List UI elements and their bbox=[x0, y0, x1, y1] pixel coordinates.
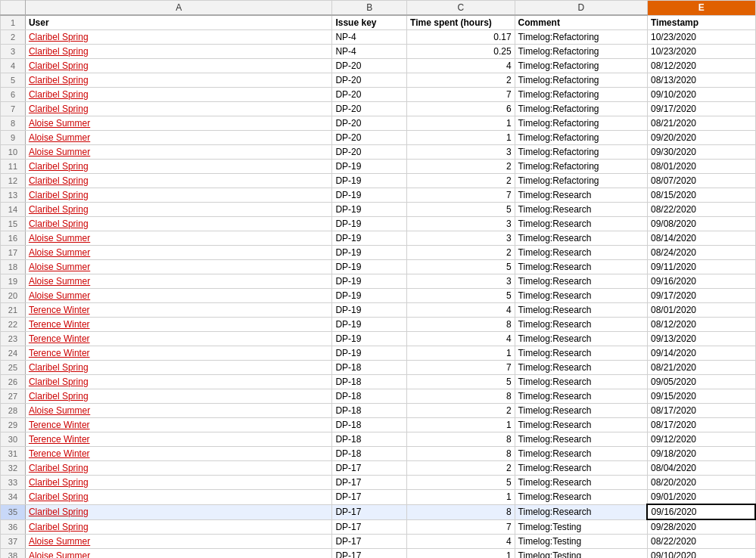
cell-issue[interactable]: DP-18 bbox=[332, 361, 407, 375]
table-row[interactable]: 6Claribel SpringDP-207Timelog:Refactorin… bbox=[1, 88, 756, 102]
cell-issue[interactable]: DP-17 bbox=[332, 519, 407, 535]
cell-user[interactable]: Aloise Summer bbox=[25, 246, 332, 260]
cell-comment[interactable]: Timelog:Refactoring bbox=[515, 59, 647, 73]
cell-user[interactable]: Terence Winter bbox=[25, 303, 332, 318]
cell-time[interactable]: 5 bbox=[407, 289, 515, 303]
cell-time[interactable]: 1 bbox=[407, 346, 515, 361]
cell-timestamp[interactable]: 08/01/2020 bbox=[647, 303, 755, 318]
cell-comment[interactable]: Timelog:Research bbox=[515, 303, 647, 318]
cell-issue[interactable]: DP-17 bbox=[332, 549, 407, 559]
cell-comment[interactable]: Timelog:Refactoring bbox=[515, 88, 647, 102]
cell-user[interactable]: Terence Winter bbox=[25, 318, 332, 332]
cell-user[interactable]: Aloise Summer bbox=[25, 535, 332, 549]
cell-comment[interactable]: Timelog:Testing bbox=[515, 535, 647, 549]
cell-user[interactable]: Aloise Summer bbox=[25, 131, 332, 145]
table-row[interactable]: 20Aloise SummerDP-195Timelog:Research09/… bbox=[1, 289, 756, 303]
cell-time[interactable]: 1 bbox=[407, 418, 515, 432]
cell-comment[interactable]: Timelog:Refactoring bbox=[515, 30, 647, 45]
cell-issue[interactable]: DP-17 bbox=[332, 476, 407, 490]
cell-issue[interactable]: DP-19 bbox=[332, 246, 407, 260]
cell-timestamp[interactable]: 09/13/2020 bbox=[647, 332, 755, 346]
cell-timestamp[interactable]: 08/07/2020 bbox=[647, 174, 755, 188]
cell-time[interactable]: 2 bbox=[407, 160, 515, 174]
cell-timestamp[interactable]: 08/04/2020 bbox=[647, 461, 755, 476]
cell-timestamp[interactable]: 09/15/2020 bbox=[647, 389, 755, 404]
cell-comment[interactable]: Timelog:Research bbox=[515, 246, 647, 260]
cell-time[interactable]: 5 bbox=[407, 203, 515, 217]
cell-issue[interactable]: DP-20 bbox=[332, 59, 407, 73]
cell-user[interactable]: Claribel Spring bbox=[25, 160, 332, 174]
cell-comment[interactable]: Timelog:Research bbox=[515, 289, 647, 303]
cell-comment[interactable]: Timelog:Research bbox=[515, 260, 647, 274]
cell-timestamp[interactable]: 08/24/2020 bbox=[647, 246, 755, 260]
table-row[interactable]: 26Claribel SpringDP-185Timelog:Research0… bbox=[1, 375, 756, 389]
cell-timestamp[interactable]: 09/17/2020 bbox=[647, 289, 755, 303]
table-row[interactable]: 28Aloise SummerDP-182Timelog:Research08/… bbox=[1, 404, 756, 418]
cell-timestamp[interactable]: 08/12/2020 bbox=[647, 59, 755, 73]
cell-comment[interactable]: Timelog:Research bbox=[515, 476, 647, 490]
table-row[interactable]: 27Claribel SpringDP-188Timelog:Research0… bbox=[1, 389, 756, 404]
cell-time[interactable]: 5 bbox=[407, 375, 515, 389]
cell-user[interactable]: Claribel Spring bbox=[25, 203, 332, 217]
cell-user[interactable]: Claribel Spring bbox=[25, 519, 332, 535]
cell-comment[interactable]: Timelog:Refactoring bbox=[515, 45, 647, 59]
cell-issue[interactable]: DP-19 bbox=[332, 231, 407, 246]
cell-user[interactable]: Claribel Spring bbox=[25, 375, 332, 389]
cell-user[interactable]: Claribel Spring bbox=[25, 217, 332, 231]
table-row[interactable]: 32Claribel SpringDP-172Timelog:Research0… bbox=[1, 461, 756, 476]
cell-time[interactable]: 7 bbox=[407, 519, 515, 535]
cell-timestamp[interactable]: 08/01/2020 bbox=[647, 160, 755, 174]
cell-comment[interactable]: Timelog:Research bbox=[515, 418, 647, 432]
cell-comment[interactable]: Timelog:Research bbox=[515, 389, 647, 404]
table-row[interactable]: 37Aloise SummerDP-174Timelog:Testing08/2… bbox=[1, 535, 756, 549]
col-header-e[interactable]: E bbox=[647, 1, 755, 16]
cell-timestamp[interactable]: 09/10/2020 bbox=[647, 549, 755, 559]
cell-user[interactable]: Claribel Spring bbox=[25, 59, 332, 73]
table-row[interactable]: 2Claribel SpringNP-40.17Timelog:Refactor… bbox=[1, 30, 756, 45]
cell-user[interactable]: Claribel Spring bbox=[25, 73, 332, 88]
table-row[interactable]: 33Claribel SpringDP-175Timelog:Research0… bbox=[1, 476, 756, 490]
cell-timestamp[interactable]: 08/17/2020 bbox=[647, 418, 755, 432]
col-header-a[interactable]: A bbox=[25, 1, 332, 16]
cell-time[interactable]: 1 bbox=[407, 116, 515, 131]
table-row[interactable]: 31Terence WinterDP-188Timelog:Research09… bbox=[1, 447, 756, 461]
cell-issue[interactable]: DP-17 bbox=[332, 535, 407, 549]
cell-time[interactable]: 2 bbox=[407, 73, 515, 88]
cell-issue[interactable]: DP-18 bbox=[332, 404, 407, 418]
cell-time[interactable]: 2 bbox=[407, 404, 515, 418]
cell-timestamp[interactable]: 08/17/2020 bbox=[647, 404, 755, 418]
cell-issue[interactable]: DP-19 bbox=[332, 260, 407, 274]
cell-issue[interactable]: DP-20 bbox=[332, 145, 407, 160]
cell-comment[interactable]: Timelog:Refactoring bbox=[515, 73, 647, 88]
cell-timestamp[interactable]: 08/22/2020 bbox=[647, 203, 755, 217]
table-row[interactable]: 3Claribel SpringNP-40.25Timelog:Refactor… bbox=[1, 45, 756, 59]
cell-issue[interactable]: DP-19 bbox=[332, 346, 407, 361]
cell-issue[interactable]: DP-20 bbox=[332, 131, 407, 145]
cell-time[interactable]: 8 bbox=[407, 432, 515, 447]
cell-time[interactable]: 1 bbox=[407, 131, 515, 145]
cell-comment[interactable]: Timelog:Refactoring bbox=[515, 116, 647, 131]
cell-time[interactable]: 6 bbox=[407, 102, 515, 116]
cell-time[interactable]: 1 bbox=[407, 549, 515, 559]
cell-comment[interactable]: Timelog:Refactoring bbox=[515, 160, 647, 174]
cell-comment[interactable]: Timelog:Research bbox=[515, 490, 647, 505]
cell-user[interactable]: Claribel Spring bbox=[25, 461, 332, 476]
cell-time[interactable]: 4 bbox=[407, 332, 515, 346]
cell-comment[interactable]: Timelog:Research bbox=[515, 188, 647, 203]
cell-time[interactable]: 5 bbox=[407, 476, 515, 490]
cell-user[interactable]: Claribel Spring bbox=[25, 102, 332, 116]
cell-comment[interactable]: Timelog:Testing bbox=[515, 519, 647, 535]
cell-timestamp[interactable]: 10/23/2020 bbox=[647, 30, 755, 45]
cell-user[interactable]: Aloise Summer bbox=[25, 231, 332, 246]
cell-issue[interactable]: DP-18 bbox=[332, 389, 407, 404]
cell-time[interactable]: 3 bbox=[407, 145, 515, 160]
cell-timestamp[interactable]: 09/11/2020 bbox=[647, 260, 755, 274]
cell-user[interactable]: Aloise Summer bbox=[25, 145, 332, 160]
cell-timestamp[interactable]: 09/01/2020 bbox=[647, 490, 755, 505]
cell-time[interactable]: 8 bbox=[407, 318, 515, 332]
table-row[interactable]: 23Terence WinterDP-194Timelog:Research09… bbox=[1, 332, 756, 346]
cell-issue[interactable]: DP-19 bbox=[332, 160, 407, 174]
cell-time[interactable]: 0.17 bbox=[407, 30, 515, 45]
cell-comment[interactable]: Timelog:Testing bbox=[515, 549, 647, 559]
cell-comment[interactable]: Timelog:Research bbox=[515, 375, 647, 389]
